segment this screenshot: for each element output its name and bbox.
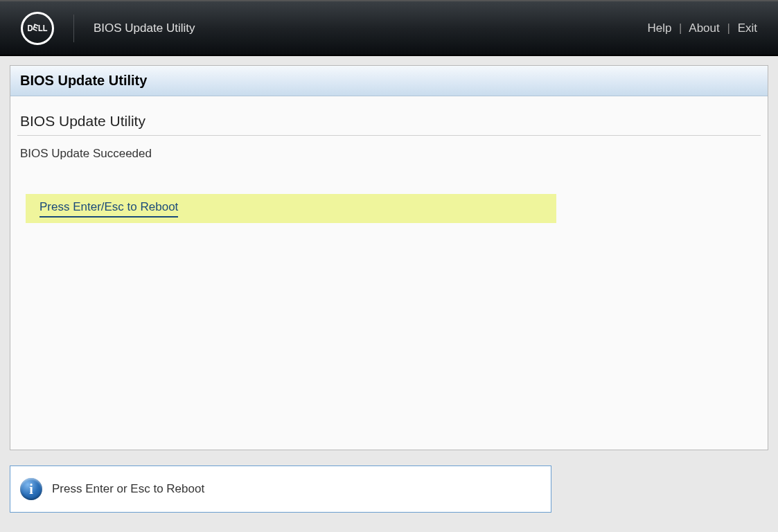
panel-body: BIOS Update Utility BIOS Update Succeede…	[10, 96, 768, 450]
main-panel: BIOS Update Utility BIOS Update Utility …	[10, 65, 768, 450]
panel-title: BIOS Update Utility	[20, 73, 147, 89]
info-message: Press Enter or Esc to Reboot	[52, 482, 204, 496]
status-message: BIOS Update Succeeded	[17, 147, 761, 161]
help-link[interactable]: Help	[647, 21, 671, 35]
action-bar[interactable]: Press Enter/Esc to Reboot	[26, 194, 556, 223]
section-title: BIOS Update Utility	[17, 113, 761, 136]
action-prompt: Press Enter/Esc to Reboot	[39, 200, 178, 218]
info-icon: i	[20, 478, 42, 500]
exit-link[interactable]: Exit	[738, 21, 757, 35]
header-divider	[73, 15, 74, 42]
panel-header: BIOS Update Utility	[10, 66, 768, 96]
link-separator: |	[679, 21, 682, 35]
dell-logo-icon: DELL	[21, 12, 54, 45]
link-separator: |	[727, 21, 730, 35]
info-box: i Press Enter or Esc to Reboot	[10, 466, 551, 513]
about-link[interactable]: About	[689, 21, 719, 35]
header-links: Help | About | Exit	[647, 21, 757, 35]
app-header: DELL BIOS Update Utility Help | About | …	[0, 0, 778, 56]
app-title: BIOS Update Utility	[94, 21, 195, 35]
